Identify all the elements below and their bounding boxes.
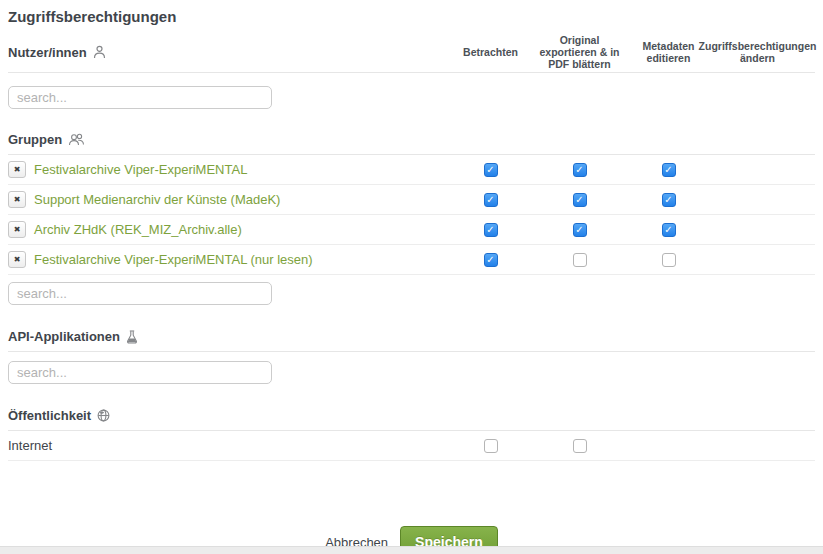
remove-group-button[interactable]: ✖: [8, 221, 26, 238]
section-public-title: Öffentlichkeit: [8, 408, 91, 423]
permission-checkbox-checked[interactable]: ✓: [662, 223, 676, 237]
column-headers: Betrachten Original exportieren & in PDF…: [446, 34, 802, 70]
section-users-title: Nutzer/innen: [8, 45, 87, 60]
permission-checkbox-unchecked[interactable]: [484, 439, 498, 453]
group-row: ✖Archiv ZHdK (REK_MIZ_Archiv.alle)✓✓✓: [8, 215, 815, 245]
remove-group-button[interactable]: ✖: [8, 251, 26, 268]
section-groups-title: Gruppen: [8, 132, 62, 147]
permission-checkbox-checked[interactable]: ✓: [662, 163, 676, 177]
api-header: API-Applikationen: [8, 329, 815, 352]
group-icon: [68, 133, 85, 146]
permission-checkbox-unchecked[interactable]: [573, 439, 587, 453]
group-name[interactable]: Festivalarchive Viper-ExperiMENTAL (nur …: [34, 252, 313, 267]
users-header-row: Nutzer/innen Betrachten Original exporti…: [8, 34, 815, 73]
group-name[interactable]: Support Medienarchiv der Künste (MadeK): [34, 192, 280, 207]
groups-search-input[interactable]: [8, 282, 272, 305]
permission-checkbox-checked[interactable]: ✓: [484, 193, 498, 207]
permission-checkbox-checked[interactable]: ✓: [573, 163, 587, 177]
globe-icon: [97, 409, 110, 422]
page-bottom-strip: [0, 546, 823, 554]
permission-checkbox-unchecked[interactable]: [662, 253, 676, 267]
remove-group-button[interactable]: ✖: [8, 161, 26, 178]
group-row: ✖Festivalarchive Viper-ExperiMENTAL✓✓✓: [8, 155, 815, 185]
public-row: Internet: [8, 431, 815, 461]
group-name[interactable]: Festivalarchive Viper-ExperiMENTAL: [34, 162, 247, 177]
permissions-dialog: Zugriffsberechtigungen Nutzer/innen Betr…: [0, 0, 823, 554]
section-api-title: API-Applikationen: [8, 329, 120, 344]
flask-icon: [126, 330, 138, 344]
groups-header: Gruppen: [8, 132, 815, 155]
users-search-input[interactable]: [8, 86, 272, 109]
column-header-permissions: Zugriffsberechtigungen ändern: [699, 40, 817, 64]
permission-checkbox-checked[interactable]: ✓: [484, 223, 498, 237]
column-header-export: Original exportieren & in PDF blättern: [535, 34, 624, 70]
permission-checkbox-checked[interactable]: ✓: [662, 193, 676, 207]
permission-checkbox-checked[interactable]: ✓: [573, 223, 587, 237]
permission-checkbox-checked[interactable]: ✓: [573, 193, 587, 207]
permission-checkbox-checked[interactable]: ✓: [484, 253, 498, 267]
public-entry-name: Internet: [8, 438, 52, 453]
api-search-input[interactable]: [8, 361, 272, 384]
permission-checkbox-unchecked[interactable]: [573, 253, 587, 267]
group-row: ✖Support Medienarchiv der Künste (MadeK)…: [8, 185, 815, 215]
remove-group-button[interactable]: ✖: [8, 191, 26, 208]
user-icon: [93, 45, 106, 59]
public-list: Internet: [8, 431, 815, 461]
permission-checkbox-checked[interactable]: ✓: [484, 163, 498, 177]
group-name[interactable]: Archiv ZHdK (REK_MIZ_Archiv.alle): [34, 222, 242, 237]
group-row: ✖Festivalarchive Viper-ExperiMENTAL (nur…: [8, 245, 815, 275]
column-header-betrachten: Betrachten: [463, 46, 518, 58]
page-title: Zugriffsberechtigungen: [8, 8, 815, 26]
groups-list: ✖Festivalarchive Viper-ExperiMENTAL✓✓✓✖S…: [8, 155, 815, 275]
public-header: Öffentlichkeit: [8, 408, 815, 431]
